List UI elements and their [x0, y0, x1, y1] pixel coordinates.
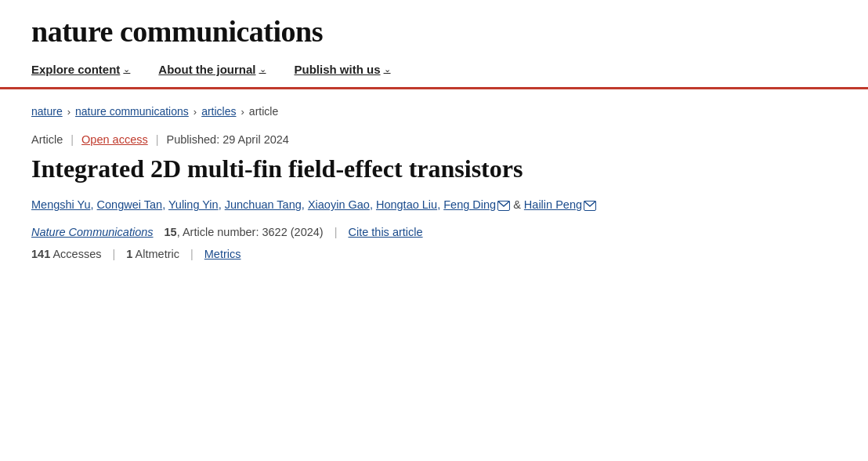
article-meta: Article | Open access | Published: 29 Ap…	[31, 133, 837, 146]
article-type: Article	[31, 133, 63, 146]
authors-line: Mengshi Yu, Congwei Tan, Yuling Yin, Jun…	[31, 196, 705, 214]
breadcrumb: nature › nature communications › article…	[31, 105, 837, 118]
journal-volume: 15, Article number: 3622 (2024)	[165, 226, 324, 238]
email-icon	[584, 201, 596, 211]
meta-divider: |	[156, 133, 159, 146]
cite-article-link[interactable]: Cite this article	[348, 226, 422, 238]
content-area: nature › nature communications › article…	[0, 89, 868, 284]
breadcrumb-nature[interactable]: nature	[31, 105, 63, 118]
breadcrumb-separator: ›	[67, 106, 71, 118]
author-separator: &	[513, 198, 521, 211]
accesses-count: 141 Accesses	[31, 248, 102, 260]
breadcrumb-current: article	[249, 105, 278, 118]
metrics-link[interactable]: Metrics	[204, 248, 241, 260]
chevron-down-icon: ⌄	[384, 64, 391, 74]
nav-about-journal[interactable]: About the journal ⌄	[158, 63, 266, 76]
author-mengshi-yu[interactable]: Mengshi Yu	[31, 198, 91, 211]
meta-divider: |	[71, 133, 74, 146]
site-title: nature communications	[31, 14, 837, 49]
author-xiaoyin-gao[interactable]: Xiaoyin Gao	[308, 198, 370, 211]
journal-info: Nature Communications 15, Article number…	[31, 226, 837, 238]
author-hailin-peng[interactable]: Hailin Peng	[524, 198, 582, 211]
article-title: Integrated 2D multi-fin field-effect tra…	[31, 154, 736, 183]
author-congwei-tan[interactable]: Congwei Tan	[97, 198, 163, 211]
main-nav: Explore content ⌄ About the journal ⌄ Pu…	[31, 63, 837, 87]
open-access-link[interactable]: Open access	[81, 133, 148, 146]
chevron-down-icon: ⌄	[259, 64, 266, 74]
author-yuling-yin[interactable]: Yuling Yin	[168, 198, 219, 211]
author-feng-ding[interactable]: Feng Ding	[443, 198, 496, 211]
published-date: Published: 29 April 2024	[167, 133, 289, 146]
breadcrumb-nature-communications[interactable]: nature communications	[75, 105, 189, 118]
author-hongtao-liu[interactable]: Hongtao Liu	[376, 198, 437, 211]
breadcrumb-separator: ›	[193, 106, 197, 118]
chevron-down-icon: ⌄	[123, 64, 130, 74]
journal-name-link[interactable]: Nature Communications	[31, 226, 154, 238]
header: nature communications Explore content ⌄ …	[0, 0, 868, 87]
journal-divider: |	[335, 226, 338, 238]
author-junchuan-tang[interactable]: Junchuan Tang	[225, 198, 302, 211]
email-icon	[497, 201, 510, 211]
breadcrumb-separator: ›	[241, 106, 244, 118]
metrics-line: 141 Accesses | 1 Altmetric | Metrics	[31, 248, 837, 260]
nav-publish-with-us[interactable]: Publish with us ⌄	[295, 63, 391, 76]
metrics-divider: |	[190, 248, 193, 260]
nav-explore-content[interactable]: Explore content ⌄	[31, 63, 130, 76]
metrics-divider: |	[113, 248, 116, 260]
breadcrumb-articles[interactable]: articles	[201, 105, 236, 118]
altmetric-count: 1 Altmetric	[126, 248, 179, 260]
